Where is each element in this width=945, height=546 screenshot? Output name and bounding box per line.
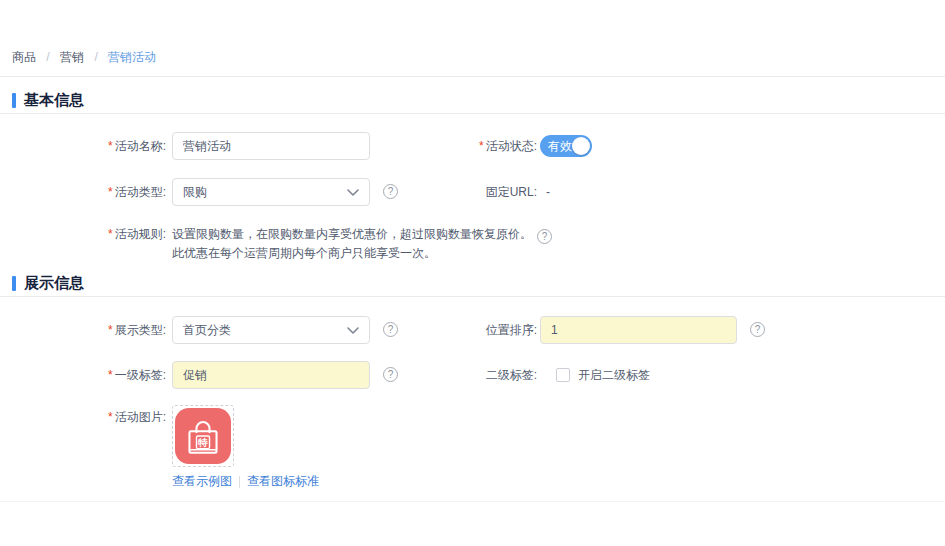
secondary-tag-checkbox-label: 开启二级标签: [578, 367, 650, 384]
activity-type-label: *活动类型:: [0, 178, 166, 206]
secondary-tag-checkbox-row[interactable]: 开启二级标签: [556, 361, 650, 389]
section-title-text: 基本信息: [24, 91, 84, 110]
activity-name-input[interactable]: [172, 132, 370, 160]
fixed-url-label: 固定URL:: [352, 178, 537, 206]
required-mark: *: [108, 227, 113, 241]
display-type-select[interactable]: 首页分类: [172, 316, 370, 344]
divider: [0, 296, 945, 297]
activity-status-label: *活动状态:: [352, 132, 537, 160]
view-example-link[interactable]: 查看示例图: [172, 473, 232, 490]
required-mark: *: [108, 139, 113, 153]
display-type-label: *展示类型:: [0, 316, 166, 344]
required-mark: *: [108, 323, 113, 337]
position-order-input[interactable]: [540, 316, 737, 344]
activity-image-upload[interactable]: 特: [172, 405, 234, 467]
primary-tag-label: *一级标签:: [0, 361, 166, 389]
breadcrumb-separator: /: [46, 50, 49, 64]
required-mark: *: [108, 410, 113, 424]
toggle-knob: [572, 137, 590, 155]
divider: [0, 76, 945, 77]
breadcrumb-separator: /: [94, 50, 97, 64]
link-divider: [239, 476, 240, 488]
position-order-label: 位置排序:: [352, 316, 537, 344]
breadcrumb-item-marketing[interactable]: 营销: [60, 50, 84, 64]
activity-rule-label: *活动规则:: [0, 225, 166, 244]
section-title-text: 展示信息: [24, 274, 84, 293]
marketing-activity-page: 商品 / 营销 / 营销活动 基本信息 *活动名称: *活动状态: 有效 *活动…: [0, 0, 945, 546]
image-links: 查看示例图 查看图标标准: [172, 473, 319, 490]
activity-rule-line2: 此优惠在每个运营周期内每个商户只能享受一次。: [172, 246, 436, 260]
toggle-state-text: 有效: [548, 138, 572, 155]
primary-tag-input[interactable]: [172, 361, 370, 389]
select-value: 首页分类: [183, 322, 231, 339]
activity-name-label: *活动名称:: [0, 132, 166, 160]
required-mark: *: [108, 185, 113, 199]
section-display-info-header: 展示信息: [12, 274, 84, 293]
view-icon-standard-link[interactable]: 查看图标标准: [247, 473, 319, 490]
position-order-help-icon[interactable]: ?: [750, 322, 765, 337]
breadcrumb-item-current: 营销活动: [108, 50, 156, 64]
activity-rule-text: 设置限购数量，在限购数量内享受优惠价，超过限购数量恢复原价。? 此优惠在每个运营…: [172, 225, 772, 263]
activity-rule-line1: 设置限购数量，在限购数量内享受优惠价，超过限购数量恢复原价。: [172, 227, 532, 241]
secondary-tag-label: 二级标签:: [352, 361, 537, 389]
activity-rule-help-icon[interactable]: ?: [537, 229, 552, 244]
breadcrumb-item-products[interactable]: 商品: [12, 50, 36, 64]
required-mark: *: [108, 368, 113, 382]
promo-character: 特: [197, 437, 208, 448]
divider: [0, 501, 945, 502]
divider: [0, 113, 945, 114]
required-mark: *: [479, 139, 484, 153]
fixed-url-value: -: [546, 178, 550, 206]
promo-bag-icon: 特: [175, 408, 231, 464]
breadcrumb: 商品 / 营销 / 营销活动: [12, 49, 156, 66]
activity-type-select[interactable]: 限购: [172, 178, 370, 206]
section-accent-bar: [12, 93, 16, 108]
section-basic-info-header: 基本信息: [12, 91, 84, 110]
activity-status-toggle[interactable]: 有效: [540, 135, 592, 157]
secondary-tag-checkbox[interactable]: [556, 368, 570, 382]
activity-image-label: *活动图片:: [0, 408, 166, 427]
select-value: 限购: [183, 184, 207, 201]
section-accent-bar: [12, 276, 16, 291]
